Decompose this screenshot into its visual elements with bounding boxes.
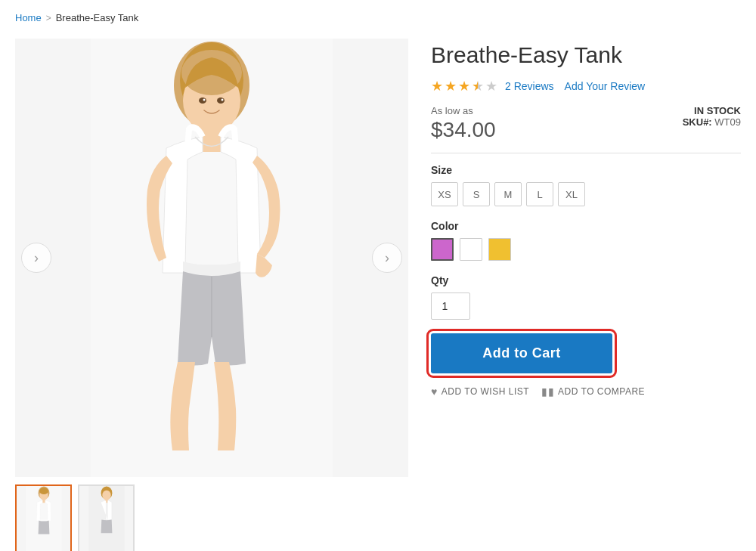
product-image — [15, 39, 408, 477]
compare-icon: ▮▮ — [541, 385, 554, 398]
svg-point-14 — [39, 488, 48, 494]
stock-status: IN STOCK — [683, 105, 741, 116]
size-options: XS S M L XL — [431, 182, 741, 206]
divider — [431, 153, 741, 153]
color-swatch-white[interactable] — [460, 238, 482, 261]
thumbnail-row — [15, 484, 408, 551]
svg-point-9 — [203, 99, 206, 101]
qty-input[interactable] — [431, 293, 470, 320]
svg-rect-5 — [203, 129, 221, 152]
size-s[interactable]: S — [463, 182, 490, 206]
sku-value: WT09 — [714, 116, 741, 128]
star-rating: ★ ★ ★ ★ ★ — [431, 78, 497, 94]
size-label: Size — [431, 164, 741, 176]
color-swatch-purple[interactable] — [431, 238, 454, 261]
product-main: › — [15, 39, 741, 551]
color-options — [431, 238, 741, 261]
product-info: Breathe-Easy Tank ★ ★ ★ ★ ★ 2 Reviews Ad… — [431, 39, 741, 398]
svg-point-8 — [217, 98, 225, 104]
size-xl[interactable]: XL — [558, 182, 585, 206]
stock-section: IN STOCK SKU#: WT09 — [683, 105, 741, 128]
sku: SKU#: WT09 — [683, 116, 741, 128]
breadcrumb-current: Breathe-Easy Tank — [56, 12, 139, 23]
price-stock-row: As low as $34.00 IN STOCK SKU#: WT09 — [431, 105, 741, 142]
add-review-link[interactable]: Add Your Review — [565, 80, 646, 92]
wishlist-link[interactable]: ♥ ADD TO WISH LIST — [431, 385, 529, 398]
page-wrapper: Home > Breathe-Easy Tank › — [0, 0, 756, 551]
add-to-cart-button[interactable]: Add to Cart — [431, 333, 612, 373]
price-section: As low as $34.00 — [431, 105, 496, 142]
thumbnail-2[interactable] — [78, 484, 135, 551]
svg-point-18 — [102, 491, 110, 500]
wishlist-label: ADD TO WISH LIST — [442, 386, 529, 397]
svg-point-10 — [222, 99, 224, 101]
price-label: As low as — [431, 105, 496, 116]
breadcrumb-separator: > — [46, 13, 51, 23]
star-5: ★ — [485, 78, 497, 94]
svg-rect-15 — [42, 500, 45, 503]
product-title: Breathe-Easy Tank — [431, 42, 741, 69]
reviews-count-link[interactable]: 2 Reviews — [505, 80, 554, 92]
compare-link[interactable]: ▮▮ ADD TO COMPARE — [541, 385, 645, 398]
product-gallery: › — [15, 39, 408, 551]
main-image-container: › — [15, 39, 408, 477]
qty-section: Qty — [431, 274, 741, 320]
star-2: ★ — [445, 78, 457, 94]
product-price: $34.00 — [431, 118, 496, 142]
size-m[interactable]: M — [494, 182, 522, 206]
size-option-section: Size XS S M L XL — [431, 164, 741, 206]
compare-label: ADD TO COMPARE — [558, 386, 645, 397]
sku-label: SKU#: — [683, 116, 712, 128]
heart-icon: ♥ — [431, 385, 438, 398]
star-3: ★ — [458, 78, 470, 94]
svg-point-7 — [199, 98, 206, 104]
size-xs[interactable]: XS — [431, 182, 458, 206]
size-l[interactable]: L — [526, 182, 553, 206]
secondary-actions: ♥ ADD TO WISH LIST ▮▮ ADD TO COMPARE — [431, 385, 741, 398]
star-1: ★ — [431, 78, 443, 94]
color-label: Color — [431, 220, 741, 232]
qty-label: Qty — [431, 274, 741, 286]
rating-row: ★ ★ ★ ★ ★ 2 Reviews Add Your Review — [431, 78, 741, 94]
next-image-button[interactable]: › — [372, 243, 402, 273]
star-4: ★ — [472, 78, 484, 94]
color-swatch-yellow[interactable] — [488, 238, 511, 261]
breadcrumb-home[interactable]: Home — [15, 12, 42, 23]
prev-image-button[interactable]: › — [21, 243, 51, 273]
color-option-section: Color — [431, 220, 741, 261]
breadcrumb: Home > Breathe-Easy Tank — [15, 12, 741, 23]
thumbnail-1[interactable] — [15, 484, 72, 551]
